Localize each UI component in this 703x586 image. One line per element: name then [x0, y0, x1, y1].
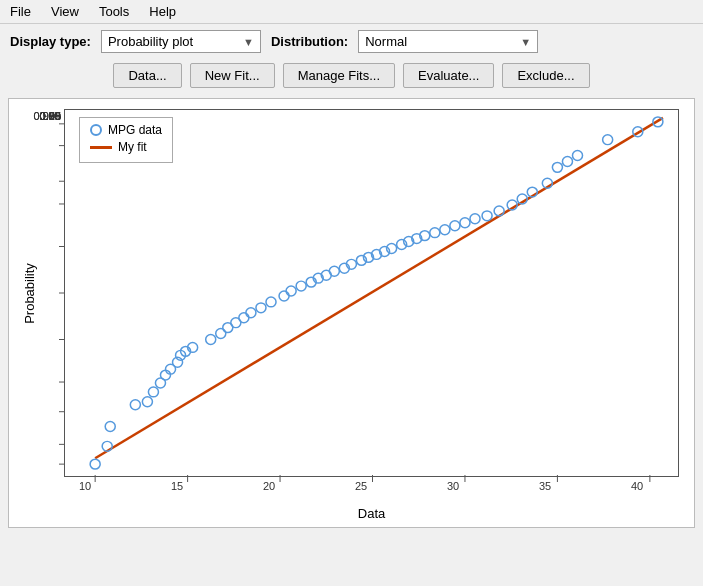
svg-point-41 — [440, 225, 450, 235]
svg-point-42 — [450, 221, 460, 231]
svg-point-14 — [206, 335, 216, 345]
svg-point-45 — [482, 211, 492, 221]
svg-point-40 — [430, 228, 440, 238]
svg-point-46 — [494, 206, 504, 216]
menu-file[interactable]: File — [6, 2, 35, 21]
data-button[interactable]: Data... — [113, 63, 181, 88]
plot-area: 0.005 0.01 0.05 0.10 0.25 0.50 0.75 0.90… — [64, 109, 679, 477]
x-tick-container: 10 15 20 25 30 35 40 — [65, 476, 678, 480]
svg-point-6 — [148, 387, 158, 397]
svg-point-3 — [105, 422, 115, 432]
svg-line-0 — [95, 118, 663, 458]
new-fit-button[interactable]: New Fit... — [190, 63, 275, 88]
display-type-label: Display type: — [10, 34, 91, 49]
svg-point-54 — [603, 135, 613, 145]
display-type-arrow-icon: ▼ — [243, 36, 254, 48]
svg-point-5 — [142, 397, 152, 407]
distribution-value: Normal — [365, 34, 407, 49]
legend-data-label: MPG data — [108, 123, 162, 137]
x-axis-label: Data — [64, 506, 679, 521]
svg-point-18 — [239, 313, 249, 323]
menu-help[interactable]: Help — [145, 2, 180, 21]
svg-point-53 — [572, 151, 582, 161]
y-tick-container: 0.005 0.01 0.05 0.10 0.25 0.50 0.75 0.90… — [15, 110, 65, 476]
svg-point-28 — [329, 266, 339, 276]
svg-point-52 — [562, 156, 572, 166]
chart-area: Probability — [8, 98, 695, 528]
legend-line-icon — [90, 146, 112, 149]
menu-view[interactable]: View — [47, 2, 83, 21]
distribution-arrow-icon: ▼ — [520, 36, 531, 48]
svg-point-44 — [470, 214, 480, 224]
svg-point-51 — [552, 162, 562, 172]
svg-point-19 — [246, 308, 256, 318]
display-type-dropdown[interactable]: Probability plot ▼ — [101, 30, 261, 53]
menubar: File View Tools Help — [0, 0, 703, 24]
svg-point-1 — [90, 459, 100, 469]
plot-svg — [65, 110, 678, 476]
svg-point-22 — [279, 291, 289, 301]
exclude-button[interactable]: Exclude... — [502, 63, 589, 88]
menu-tools[interactable]: Tools — [95, 2, 133, 21]
toolbar-row: Display type: Probability plot ▼ Distrib… — [0, 24, 703, 59]
legend-data-item: MPG data — [90, 123, 162, 137]
evaluate-button[interactable]: Evaluate... — [403, 63, 494, 88]
display-type-value: Probability plot — [108, 34, 193, 49]
manage-fits-button[interactable]: Manage Fits... — [283, 63, 395, 88]
legend: MPG data My fit — [79, 117, 173, 163]
legend-fit-item: My fit — [90, 140, 162, 154]
button-row: Data... New Fit... Manage Fits... Evalua… — [0, 59, 703, 94]
svg-point-43 — [460, 218, 470, 228]
svg-point-21 — [266, 297, 276, 307]
distribution-dropdown[interactable]: Normal ▼ — [358, 30, 538, 53]
svg-point-24 — [296, 281, 306, 291]
distribution-label: Distribution: — [271, 34, 348, 49]
svg-point-20 — [256, 303, 266, 313]
legend-circle-icon — [90, 124, 102, 136]
svg-point-4 — [130, 400, 140, 410]
svg-point-23 — [286, 286, 296, 296]
y-tick-0995: 0.995 — [33, 110, 61, 122]
legend-fit-label: My fit — [118, 140, 147, 154]
